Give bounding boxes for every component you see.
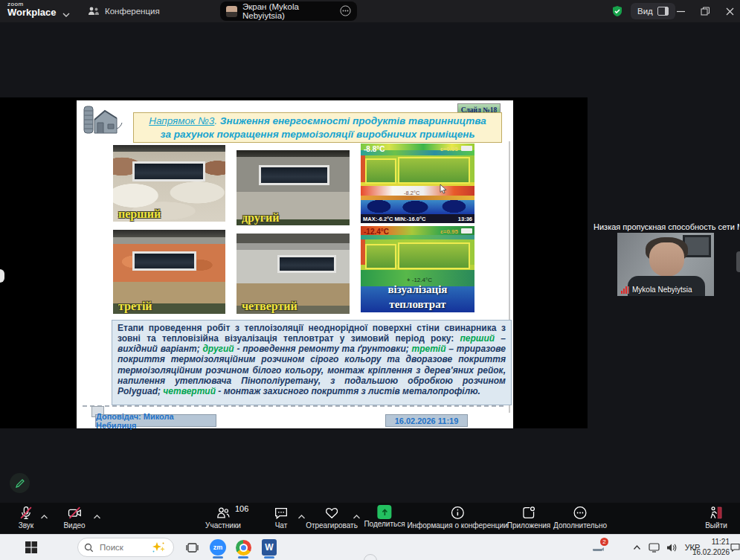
farm-logo bbox=[78, 102, 126, 139]
thermal-window bbox=[398, 157, 470, 184]
security-shield-icon[interactable] bbox=[611, 5, 623, 17]
taskbar-search[interactable] bbox=[77, 538, 174, 557]
slide-title: Напрямок №3. Зниження енергоємності прод… bbox=[133, 112, 502, 143]
restore-button[interactable] bbox=[693, 0, 717, 22]
window bbox=[132, 161, 205, 182]
thermal1-spot: -8.2°C bbox=[404, 190, 419, 196]
thermal-image-1: MAX:-6.2°C MIN:-16.0°C 13:36 -8.8°C ε=0.… bbox=[361, 144, 474, 223]
more-icon bbox=[572, 505, 588, 521]
tab-meeting-label: Конференция bbox=[105, 7, 160, 16]
task-view-button[interactable] bbox=[183, 535, 201, 560]
thermal1-time: 13:36 bbox=[458, 216, 472, 222]
title-rest: Зниження енергоємності продуктів тваринн… bbox=[220, 115, 486, 126]
participant-name-tag: Mykola Nebyiytsia bbox=[621, 286, 692, 294]
annotate-button[interactable] bbox=[10, 473, 30, 493]
photo-label-3: третій bbox=[118, 300, 152, 313]
layout-icon bbox=[657, 7, 669, 16]
clock-date: 16.02.2026 bbox=[692, 547, 730, 558]
network-signal-icon bbox=[621, 286, 629, 294]
roof bbox=[237, 150, 350, 157]
window bbox=[277, 255, 336, 273]
chrome-app-icon bbox=[236, 540, 251, 556]
share-button[interactable]: Поделиться bbox=[364, 505, 405, 528]
tab-screen-label: Экран (Mykola Nebyiytsia) bbox=[242, 2, 335, 20]
title-sep: . bbox=[214, 115, 220, 126]
heart-icon bbox=[324, 505, 340, 521]
tab-more-icon[interactable] bbox=[340, 5, 351, 18]
photo-label-1: перший bbox=[118, 207, 161, 221]
tray-app-with-badge[interactable]: 2 bbox=[589, 535, 608, 560]
audio-options-chevron[interactable] bbox=[40, 509, 48, 523]
meeting-info-button[interactable]: Информация о конференции bbox=[407, 505, 507, 530]
taskbar-clock[interactable]: 11:21 16.02.2026 bbox=[692, 537, 730, 557]
meeting-control-bar: Звук Видео 106 Участники Чат bbox=[0, 503, 740, 534]
share-label: Поделиться bbox=[364, 520, 405, 528]
thermal-window bbox=[365, 244, 396, 269]
info-icon bbox=[449, 505, 466, 521]
zoom-workplace-logo: zoom Workplace bbox=[7, 1, 57, 17]
app-active-indicator bbox=[264, 556, 274, 559]
more-button[interactable]: Дополнительно bbox=[553, 505, 607, 530]
apps-icon bbox=[521, 505, 537, 521]
minimize-button[interactable] bbox=[669, 0, 692, 22]
chat-button[interactable]: Чат bbox=[273, 505, 289, 530]
window bbox=[259, 165, 329, 185]
logo-workplace-text: Workplace bbox=[7, 7, 57, 17]
app-active-indicator bbox=[213, 556, 223, 559]
roof bbox=[113, 145, 225, 152]
thermal-image-2: -12.4°C ε=0.95 ⌖ -12.4°C візуалізація те… bbox=[361, 226, 474, 312]
tab-screen-share[interactable]: Экран (Mykola Nebyiytsia) bbox=[220, 1, 357, 21]
notification-badge: 2 bbox=[600, 538, 608, 546]
tray-display-icon[interactable] bbox=[646, 535, 661, 560]
presentation-slide: Слайд №18 Напрямок №3. Зниження енергоєм… bbox=[77, 100, 513, 428]
panel-collapse-handle-right[interactable] bbox=[736, 251, 740, 272]
presenter-footer: Доповідач: Микола Небилиця bbox=[95, 414, 216, 427]
battery-icon bbox=[461, 228, 472, 234]
photo-label-2: другий bbox=[242, 211, 279, 225]
people-icon bbox=[88, 6, 100, 16]
photo-stage-3: третій bbox=[113, 230, 225, 314]
video-options-chevron[interactable] bbox=[93, 509, 101, 523]
thermal2-temp: -12.4°C bbox=[364, 228, 389, 236]
tray-volume-icon[interactable] bbox=[664, 535, 679, 560]
zoom-app-icon: zm bbox=[210, 539, 226, 556]
audio-button[interactable]: Звук bbox=[18, 505, 34, 530]
photo-stage-4: четвертий bbox=[237, 234, 350, 314]
search-icon bbox=[84, 543, 94, 553]
search-input[interactable] bbox=[98, 542, 146, 553]
photo-stage-1: перший bbox=[113, 145, 225, 222]
start-button[interactable] bbox=[22, 535, 40, 560]
slide-title-line1: Напрямок №3. Зниження енергоємності прод… bbox=[149, 115, 486, 128]
thermal1-maxmin: MAX:-6.2°C MIN:-16.0°C bbox=[363, 216, 425, 222]
roof bbox=[113, 230, 225, 237]
react-options-chevron[interactable] bbox=[353, 509, 361, 523]
participant-video-tile[interactable]: Mykola Nebyiytsia bbox=[617, 233, 714, 296]
workspace-chevron-down-icon[interactable] bbox=[62, 7, 70, 21]
thermal2-caption-line1: візуалізація bbox=[361, 283, 474, 296]
clock-time: 11:21 bbox=[692, 537, 730, 547]
divider bbox=[83, 405, 503, 407]
participants-label: Участники bbox=[205, 521, 241, 530]
mic-muted-icon bbox=[18, 505, 34, 521]
react-button[interactable]: Отреагировать bbox=[306, 505, 358, 530]
participants-button[interactable]: Участники bbox=[205, 505, 241, 530]
camera-muted-icon bbox=[66, 505, 83, 521]
close-button[interactable] bbox=[718, 0, 740, 22]
network-warning-text: Низкая пропускная способность сети Mykol… bbox=[593, 222, 739, 231]
app-active-indicator bbox=[238, 556, 248, 559]
notification-center-button[interactable] bbox=[729, 535, 740, 560]
leave-button[interactable]: Выйти bbox=[705, 505, 727, 530]
photo-label-4: четвертий bbox=[242, 300, 297, 313]
share-screen-icon bbox=[377, 505, 391, 519]
chat-options-chevron[interactable] bbox=[297, 509, 306, 523]
copilot-sparkles-icon bbox=[150, 541, 167, 554]
tab-meeting[interactable]: Конференция bbox=[88, 0, 160, 22]
apps-button[interactable]: Приложения bbox=[507, 505, 551, 530]
thermal-window bbox=[398, 242, 470, 269]
video-button[interactable]: Видео bbox=[63, 505, 85, 530]
tray-expand-chevron[interactable] bbox=[630, 535, 643, 560]
zoom-titlebar: zoom Workplace Конференция Экран (Mykola… bbox=[0, 0, 740, 22]
chat-icon bbox=[273, 505, 289, 521]
participants-icon bbox=[215, 505, 231, 521]
thermal1-temp: -8.8°C bbox=[364, 145, 385, 153]
